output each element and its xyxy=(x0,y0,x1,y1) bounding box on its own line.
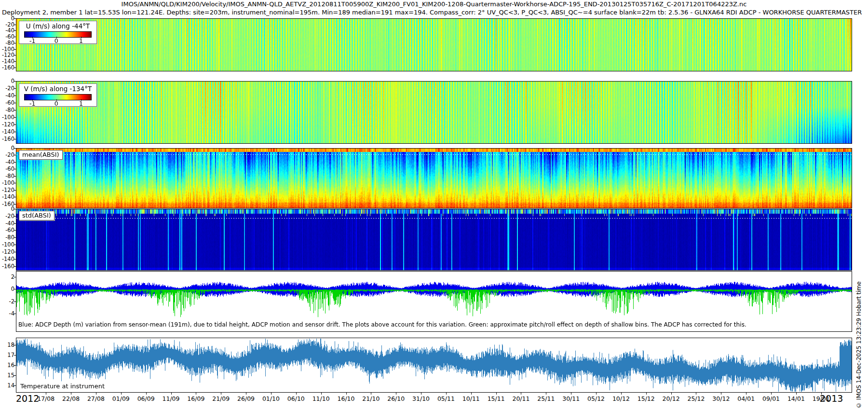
u-legend-title: U (m/s) along -44°T xyxy=(19,22,96,30)
x-tick-mark xyxy=(396,392,396,395)
y-tick-mark xyxy=(14,43,16,43)
x-tick-mark xyxy=(71,392,71,395)
y-tick-label: -140 xyxy=(0,128,14,135)
y-tick-label: 15 xyxy=(0,372,14,379)
x-tick-mark xyxy=(346,392,347,395)
y-tick-mark xyxy=(14,30,16,31)
x-tick-mark xyxy=(721,392,721,395)
y-tick-label: -120 xyxy=(0,248,14,255)
v-colorbar-legend: V (m/s) along -134°T -1 0 1 xyxy=(19,83,97,107)
y-tick-label: -20 xyxy=(0,213,14,219)
y-tick-mark xyxy=(14,183,16,183)
x-tick-mark xyxy=(471,392,472,395)
y-tick-label: 0 xyxy=(0,286,14,292)
x-tick-label: 20/11 xyxy=(512,395,529,402)
colorbar-tick-label: 1 xyxy=(79,100,83,107)
y-tick-label: 18 xyxy=(0,342,14,348)
v-legend-title: V (m/s) along -134°T xyxy=(19,85,96,93)
x-tick-mark xyxy=(696,392,696,395)
x-tick-mark xyxy=(446,392,447,395)
panel-u-velocity: U (m/s) along -44°T -1 0 1 xyxy=(16,18,852,71)
y-tick-mark xyxy=(14,266,16,267)
y-tick-mark xyxy=(14,245,16,245)
x-tick-label: 11/10 xyxy=(312,395,330,402)
x-tick-label: 09/01 xyxy=(762,395,780,402)
y-tick-mark xyxy=(14,88,16,89)
y-tick-mark xyxy=(14,55,16,55)
y-tick-mark xyxy=(14,345,16,345)
y-tick-mark xyxy=(14,197,16,197)
x-tick-label: 31/10 xyxy=(412,395,430,402)
x-tick-label: 21/10 xyxy=(362,395,380,402)
y-tick-label: -80 xyxy=(0,173,14,179)
y-tick-mark xyxy=(14,124,16,125)
xaxis-year-start: 2012 xyxy=(16,393,39,404)
x-tick-mark xyxy=(146,392,147,395)
y-tick-mark xyxy=(14,61,16,62)
colorbar-tick-label: -1 xyxy=(29,100,35,107)
x-tick-label: 04/01 xyxy=(737,395,755,402)
y-tick-label: 2 xyxy=(0,273,14,280)
y-tick-label: -80 xyxy=(0,107,14,113)
xaxis-year-end: 2013 xyxy=(820,393,843,404)
panel-v-velocity: V (m/s) along -134°T -1 0 1 xyxy=(16,81,852,144)
x-tick-mark xyxy=(796,392,797,395)
x-tick-label: 14/01 xyxy=(787,395,805,402)
x-tick-mark xyxy=(571,392,571,395)
y-tick-mark xyxy=(14,259,16,260)
y-tick-mark xyxy=(14,365,16,366)
y-tick-mark xyxy=(14,204,16,205)
y-tick-mark xyxy=(14,277,16,277)
x-tick-label: 06/09 xyxy=(137,395,155,402)
adcp-figure: IMOS/ANMN/QLD/KIM200/Velocity/IMOS_ANMN-… xyxy=(0,0,868,410)
x-tick-mark xyxy=(771,392,772,395)
temperature-label: Temperature at instrument xyxy=(20,383,105,390)
x-tick-mark xyxy=(121,392,122,395)
x-tick-label: 25/11 xyxy=(537,395,555,402)
y-tick-mark xyxy=(14,49,16,50)
y-tick-label: -100 xyxy=(0,179,14,186)
u-colorbar-legend: U (m/s) along -44°T -1 0 1 xyxy=(19,21,97,44)
x-tick-mark xyxy=(421,392,421,395)
panel-absi-std: std(ABSI) xyxy=(16,209,852,271)
y-tick-label: 16 xyxy=(0,362,14,369)
x-tick-mark xyxy=(221,392,221,395)
y-tick-label: -140 xyxy=(0,256,14,262)
y-tick-mark xyxy=(14,301,16,302)
y-tick-label: -80 xyxy=(0,234,14,241)
y-tick-label: -120 xyxy=(0,187,14,193)
y-tick-label: -120 xyxy=(0,121,14,128)
x-tick-label: 05/12 xyxy=(587,395,605,402)
x-tick-label: 21/09 xyxy=(212,395,230,402)
x-tick-mark xyxy=(246,392,246,395)
y-tick-mark xyxy=(14,110,16,110)
panel-absi-mean: mean(ABSI) xyxy=(16,148,852,208)
y-tick-mark xyxy=(14,190,16,191)
x-tick-label: 22/08 xyxy=(62,395,80,402)
y-tick-mark xyxy=(14,223,16,224)
y-tick-mark xyxy=(14,314,16,314)
y-tick-label: -4 xyxy=(0,310,14,317)
x-tick-label: 15/12 xyxy=(637,395,655,402)
temperature-lineplot xyxy=(16,338,852,392)
y-tick-label: -160 xyxy=(0,263,14,270)
y-tick-label: -40 xyxy=(0,220,14,227)
x-tick-mark xyxy=(46,392,46,395)
y-tick-label: -100 xyxy=(0,241,14,248)
panel-depth-variation: Blue: ADCP Depth (m) variation from sens… xyxy=(16,271,852,332)
y-tick-label: -100 xyxy=(0,114,14,121)
y-tick-label: -40 xyxy=(0,92,14,99)
x-tick-label: 17/08 xyxy=(37,395,54,402)
x-tick-mark xyxy=(746,392,746,395)
absi-std-label: std(ABSI) xyxy=(19,211,54,220)
x-tick-label: 27/08 xyxy=(87,395,105,402)
x-tick-mark xyxy=(671,392,672,395)
x-tick-label: 16/10 xyxy=(337,395,354,402)
y-tick-label: -2 xyxy=(0,298,14,305)
y-tick-mark xyxy=(14,103,16,103)
y-tick-mark xyxy=(14,237,16,238)
x-tick-mark xyxy=(96,392,96,395)
depth-variation-annotation: Blue: ADCP Depth (m) variation from sens… xyxy=(18,321,746,328)
y-tick-label: 14 xyxy=(0,382,14,389)
y-tick-mark xyxy=(14,139,16,139)
